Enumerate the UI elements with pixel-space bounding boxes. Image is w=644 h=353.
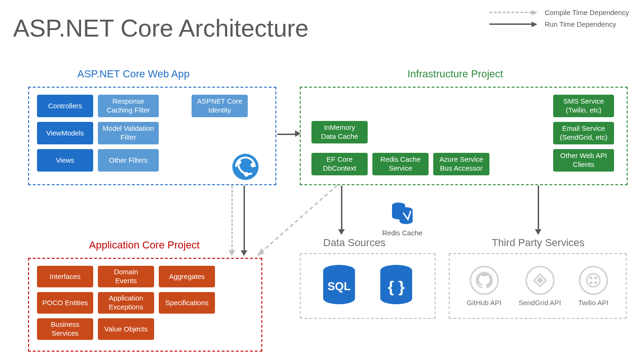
box-controllers: Controllers [37, 95, 93, 117]
box-interfaces: Interfaces [37, 266, 93, 287]
box-specifications: Specifications [159, 292, 215, 314]
box-other-web-api-clients: Other Web API Clients [553, 149, 614, 172]
legend-runtime-label: Run Time Dependency [545, 20, 616, 28]
svg-point-3 [244, 172, 249, 177]
box-azure-service-bus: Azure Service Bus Accessor [433, 153, 489, 175]
svg-point-1 [237, 160, 241, 165]
data-sources-group: SQL { } [300, 253, 436, 319]
third-party-title: Third Party Services [492, 237, 585, 249]
box-response-caching-filter: Response Caching Filter [98, 95, 159, 117]
box-value-objects: Value Objects [98, 318, 154, 340]
github-icon [470, 266, 499, 295]
box-viewmodels: ViewModels [37, 122, 93, 144]
box-business-services: Business Services [37, 318, 93, 340]
sendgrid-api-label: SendGrid API [518, 299, 561, 307]
arrow-webapp-to-core-compile [231, 186, 233, 251]
core-group: Interfaces POCO Entities Business Servic… [28, 258, 262, 352]
box-domain-events: Domain Events [98, 266, 154, 287]
sendgrid-api-service: SendGrid API [518, 266, 561, 307]
arrow-head-icon [338, 229, 345, 235]
legend-compile-label: Compile Time Dependency [545, 8, 629, 16]
svg-point-21 [590, 281, 592, 284]
box-inmemory-cache: InMemory Data Cache [311, 121, 368, 143]
arrow-head-icon [535, 229, 541, 235]
twilio-api-service: Twilio API [578, 266, 609, 307]
core-title: Application Core Project [89, 239, 200, 251]
redis-cache-icon: Redis Cache [382, 200, 422, 237]
svg-point-22 [594, 281, 597, 284]
box-model-validation-filter: Model Validation Filter [98, 122, 159, 144]
arrow-head-icon [229, 250, 235, 256]
third-party-group: GitHub API SendGrid API Twilio API [449, 253, 627, 319]
diagram-title: ASP.NET Core Architecture [13, 14, 309, 42]
box-poco-entities: POCO Entities [37, 292, 93, 314]
svg-marker-24 [258, 248, 264, 255]
sql-db-icon: SQL [321, 264, 357, 308]
svg-point-18 [587, 274, 600, 287]
svg-text:SQL: SQL [328, 280, 351, 293]
webapp-globe-icon [232, 154, 259, 180]
arrow-head-icon [295, 130, 301, 137]
sendgrid-icon [526, 266, 555, 295]
svg-line-23 [258, 185, 337, 255]
box-sms-service: SMS Service (Twilio, etc) [553, 95, 614, 117]
infra-title: Infrastructure Project [407, 68, 503, 80]
box-email-service: Email Service (SendGrid, etc) [553, 122, 614, 144]
svg-point-2 [251, 163, 255, 167]
svg-point-9 [400, 218, 413, 224]
twilio-api-label: Twilio API [578, 299, 609, 307]
arrow-infra-to-thirdparty [538, 186, 539, 230]
arrow-infra-to-datasources [341, 186, 342, 230]
github-api-service: GitHub API [466, 266, 501, 307]
box-other-filters: Other Filters [98, 149, 159, 172]
box-views: Views [37, 149, 93, 172]
twilio-icon [579, 266, 608, 295]
legend: Compile Time Dependency Run Time Depende… [489, 8, 629, 32]
arrow-head-icon [241, 250, 247, 256]
arrow-webapp-to-infra [277, 134, 296, 135]
box-ef-core-dbcontext: EF Core DbContext [311, 153, 368, 175]
compile-time-arrow-icon [489, 12, 536, 13]
infra-group: InMemory Data Cache EF Core DbContext Re… [300, 87, 628, 185]
svg-point-12 [323, 293, 355, 304]
svg-point-20 [594, 277, 597, 279]
redis-cache-label: Redis Cache [382, 229, 422, 237]
webapp-title: ASP.NET Core Web App [77, 68, 190, 80]
svg-text:{ }: { } [388, 278, 405, 295]
box-application-exceptions: Application Exceptions [98, 292, 154, 314]
nosql-db-icon: { } [378, 264, 415, 308]
box-redis-cache-service: Redis Cache Service [372, 153, 429, 175]
arrow-infra-to-core-compile [248, 185, 342, 260]
box-aggregates: Aggregates [159, 266, 215, 287]
github-api-label: GitHub API [466, 299, 501, 307]
arrow-webapp-to-core-runtime [244, 186, 245, 251]
svg-point-19 [590, 277, 592, 279]
box-aspnet-core-identity: ASPNET Core Identity [192, 95, 248, 117]
run-time-arrow-icon [489, 23, 536, 25]
